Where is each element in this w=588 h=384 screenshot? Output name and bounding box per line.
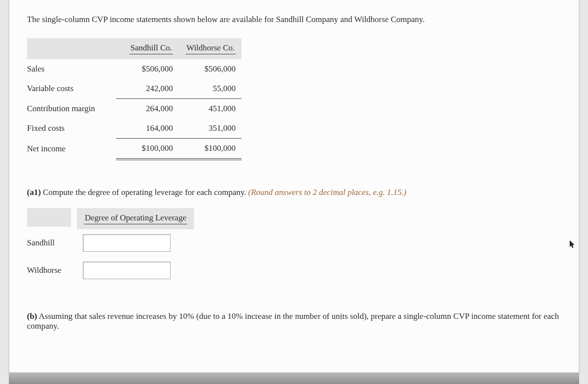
cell-varcost-c2: 55,000 — [179, 79, 242, 99]
page-bottom-shadow — [9, 373, 579, 384]
row-label-sales: Sales — [27, 59, 116, 79]
cell-ni-c1: $100,000 — [116, 139, 179, 160]
row-label-fixed: Fixed costs — [27, 119, 116, 139]
table-row: Net income $100,000 $100,000 — [27, 139, 242, 160]
cell-cm-c2: 451,000 — [179, 99, 242, 119]
cvp-table: Sandhill Co. Wildhorse Co. Sales $506,00… — [27, 38, 242, 160]
row-label-varcost: Variable costs — [27, 79, 116, 99]
a1-text: Compute the degree of operating leverage… — [41, 188, 248, 197]
dol-input-wildhorse[interactable] — [83, 262, 171, 279]
b-text: Assuming that sales revenue increases by… — [27, 312, 559, 331]
cell-sales-c2: $506,000 — [179, 59, 242, 79]
table-row: Sandhill — [27, 229, 194, 257]
cell-fixed-c1: 164,000 — [116, 119, 179, 139]
dol-header: Degree of Operating Leverage — [77, 208, 194, 229]
a1-tag: (a1) — [27, 188, 41, 197]
table-row: Contribution margin 264,000 451,000 — [27, 99, 242, 119]
table-header-sandhill: Sandhill Co. — [116, 38, 179, 59]
table-row: Sales $506,000 $506,000 — [27, 59, 242, 79]
dol-table: Degree of Operating Leverage Sandhill Wi… — [27, 208, 194, 284]
table-row: Fixed costs 164,000 351,000 — [27, 119, 242, 139]
cursor-icon — [569, 240, 576, 251]
cell-cm-c1: 264,000 — [116, 99, 179, 119]
cell-varcost-c1: 242,000 — [116, 79, 179, 99]
dol-row-wildhorse: Wildhorse — [27, 257, 77, 284]
dol-header-blank — [27, 208, 71, 227]
dol-input-sandhill[interactable] — [83, 234, 171, 252]
row-label-cm: Contribution margin — [27, 99, 116, 119]
table-header-blank — [27, 38, 116, 59]
table-row: Wildhorse — [27, 257, 194, 284]
cell-ni-c2: $100,000 — [179, 139, 242, 160]
cell-sales-c1: $506,000 — [116, 59, 179, 79]
cell-fixed-c2: 351,000 — [179, 119, 242, 139]
dol-row-sandhill: Sandhill — [27, 229, 77, 257]
b-tag: (b) — [27, 312, 37, 321]
table-header-wildhorse: Wildhorse Co. — [179, 38, 242, 59]
question-b: (b) Assuming that sales revenue increase… — [27, 312, 561, 331]
question-a1: (a1) Compute the degree of operating lev… — [27, 188, 561, 197]
a1-hint: (Round answers to 2 decimal places, e.g.… — [248, 188, 407, 197]
table-row: Variable costs 242,000 55,000 — [27, 79, 242, 99]
intro-text: The single-column CVP income statements … — [27, 15, 561, 24]
row-label-ni: Net income — [27, 139, 116, 160]
